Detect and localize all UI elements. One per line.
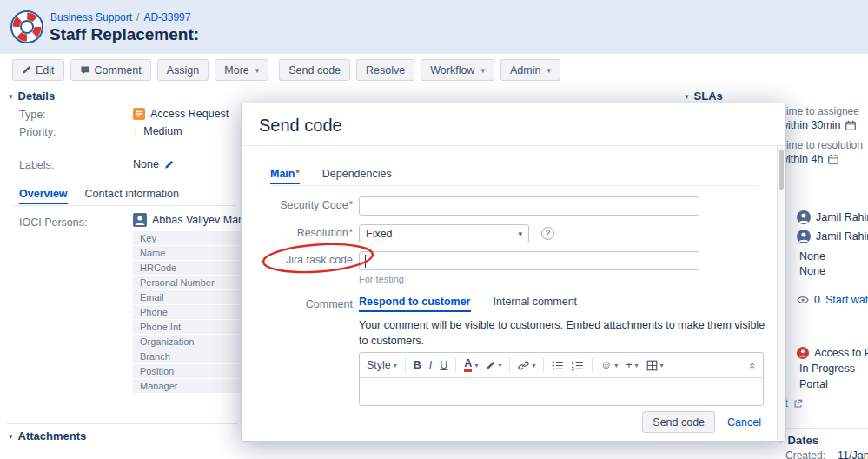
attachments-section-heading: ▾ Attachments bbox=[9, 429, 86, 442]
type-value-label: Access Request bbox=[150, 108, 229, 120]
issue-toolbar: Edit Comment Assign More▾ Send code Reso… bbox=[12, 59, 560, 81]
security-code-label-text: Security Code bbox=[280, 199, 348, 211]
comment-button[interactable]: Comment bbox=[70, 59, 151, 81]
breadcrumb: Business Support/AD-33997 bbox=[50, 11, 190, 23]
workflow-button[interactable]: Workflow▾ bbox=[421, 59, 494, 81]
assign-button[interactable]: Assign bbox=[157, 59, 209, 81]
page-title: Staff Replacement: bbox=[50, 25, 199, 44]
assign-label: Assign bbox=[167, 64, 200, 76]
more-label: More bbox=[224, 64, 248, 76]
plus-glyph: + bbox=[626, 359, 632, 371]
numbered-list-icon[interactable] bbox=[572, 360, 584, 371]
sla-label: Time to resolution bbox=[780, 139, 863, 151]
dialog-scrollbar[interactable] bbox=[777, 146, 785, 440]
required-marker: * bbox=[295, 168, 299, 178]
admin-label: Admin bbox=[510, 64, 540, 76]
jira-task-code-help: For testing bbox=[359, 274, 404, 284]
send-code-button[interactable]: Send code bbox=[279, 59, 350, 81]
admin-button[interactable]: Admin▾ bbox=[500, 59, 560, 81]
pencil-icon bbox=[486, 361, 495, 370]
collapse-toolbar-icon[interactable]: « bbox=[746, 362, 759, 368]
attachments-heading-label: Attachments bbox=[18, 429, 87, 442]
style-dropdown[interactable]: Style ▾ bbox=[367, 359, 397, 371]
editor-content-area[interactable] bbox=[360, 378, 763, 405]
created-label: Created: bbox=[785, 449, 825, 459]
grid-icon bbox=[646, 360, 658, 371]
highlight-pen-icon[interactable]: ▾ bbox=[486, 361, 501, 370]
ioci-persons-label: IOCI Persons: bbox=[19, 216, 88, 229]
assignee-value[interactable]: Jamil Rahim bbox=[797, 210, 868, 224]
tab-main[interactable]: Main* bbox=[270, 168, 300, 184]
insert-more-icon[interactable]: + ▾ bbox=[626, 359, 638, 371]
collapse-slas-icon[interactable]: ▾ bbox=[685, 92, 689, 101]
table-icon[interactable]: ▾ bbox=[646, 360, 664, 371]
details-section-heading: ▾ Details bbox=[9, 90, 55, 103]
bold-icon[interactable]: B bbox=[414, 359, 421, 371]
tab-dependencies[interactable]: Dependencies bbox=[322, 168, 392, 184]
comment-editor[interactable]: Style ▾ B I U A ▾ ▾ ▾ bbox=[359, 352, 764, 406]
collapse-details-icon[interactable]: ▾ bbox=[9, 92, 13, 101]
italic-icon[interactable]: I bbox=[429, 359, 432, 371]
comment-visibility-note: Your comment will be visible to customer… bbox=[359, 317, 774, 349]
breadcrumb-issue-link[interactable]: AD-33997 bbox=[143, 11, 190, 23]
link-icon[interactable]: ▾ bbox=[518, 360, 535, 371]
more-button[interactable]: More▾ bbox=[215, 59, 268, 81]
tab-respond-to-customer[interactable]: Respond to customer bbox=[359, 296, 471, 312]
security-code-input[interactable] bbox=[359, 196, 699, 216]
priority-up-icon: ↑ bbox=[133, 125, 138, 137]
toolbar-separator bbox=[543, 358, 544, 372]
dialog-send-code-button[interactable]: Send code bbox=[642, 411, 715, 433]
labels-value-text: None bbox=[133, 158, 159, 170]
dialog-footer: Send code Cancel bbox=[642, 411, 761, 433]
bullet-list-icon[interactable] bbox=[552, 360, 564, 371]
details-heading-label: Details bbox=[18, 90, 56, 103]
toolbar-separator bbox=[509, 358, 510, 372]
type-value: Access Request bbox=[133, 108, 229, 120]
toolbar-separator bbox=[592, 358, 593, 372]
user-avatar bbox=[797, 230, 811, 243]
emoji-icon[interactable]: ☺ ▾ bbox=[600, 359, 618, 371]
attachments-divider bbox=[7, 423, 238, 424]
chevron-down-icon: ▾ bbox=[255, 66, 260, 75]
labels-label: Labels: bbox=[19, 159, 54, 171]
chevron-down-icon: ▾ bbox=[394, 362, 397, 369]
tab-internal-comment[interactable]: Internal comment bbox=[494, 296, 578, 312]
chevron-down-icon: ▾ bbox=[614, 362, 618, 369]
resolution-select[interactable]: Fixed ▾ bbox=[359, 224, 529, 243]
reporter-value[interactable]: Jamil Rahim bbox=[797, 230, 868, 243]
dialog-cancel-link[interactable]: Cancel bbox=[727, 416, 761, 429]
underline-icon[interactable]: U bbox=[440, 359, 447, 371]
eye-icon bbox=[797, 296, 809, 304]
dialog-title-divider bbox=[242, 145, 785, 146]
request-type-value: Access to Pe bbox=[797, 347, 868, 359]
tab-contact-information[interactable]: Contact information bbox=[85, 188, 179, 204]
tab-overview[interactable]: Overview bbox=[19, 188, 68, 204]
project-avatar[interactable] bbox=[10, 10, 43, 43]
created-row: Created: 11/Jan/19 11:5 bbox=[785, 449, 868, 459]
user-avatar bbox=[133, 213, 147, 227]
collapse-attachments-icon[interactable]: ▾ bbox=[9, 432, 13, 441]
priority-value: ↑ Medium bbox=[133, 125, 182, 137]
tab-main-label: Main bbox=[270, 168, 295, 180]
edit-labels-icon[interactable] bbox=[164, 160, 174, 170]
channel-value: Portal bbox=[799, 378, 828, 390]
external-link-icon bbox=[793, 399, 803, 409]
edit-button[interactable]: Edit bbox=[12, 59, 64, 81]
start-watching-link[interactable]: Start watchi bbox=[825, 294, 868, 306]
calendar-icon bbox=[828, 154, 838, 164]
required-marker: * bbox=[349, 199, 353, 210]
dialog-scrollbar-thumb[interactable] bbox=[779, 150, 784, 190]
text-cursor bbox=[365, 255, 366, 268]
customer-request-type-icon bbox=[797, 347, 809, 359]
breadcrumb-project-link[interactable]: Business Support bbox=[50, 11, 132, 23]
comment-tabs: Respond to customer Internal comment bbox=[359, 296, 577, 312]
issue-tabs: Overview Contact information bbox=[19, 188, 179, 204]
comment-label: Comment bbox=[95, 64, 142, 76]
chevron-down-icon: ▾ bbox=[532, 362, 535, 369]
resolve-button[interactable]: Resolve bbox=[356, 59, 414, 81]
jira-task-code-input[interactable] bbox=[359, 251, 699, 270]
watchers-row: 0 Start watchi bbox=[797, 294, 868, 306]
text-color-icon[interactable]: A ▾ bbox=[464, 358, 478, 372]
help-icon[interactable]: ? bbox=[541, 227, 554, 240]
request-type-icon bbox=[133, 108, 145, 120]
